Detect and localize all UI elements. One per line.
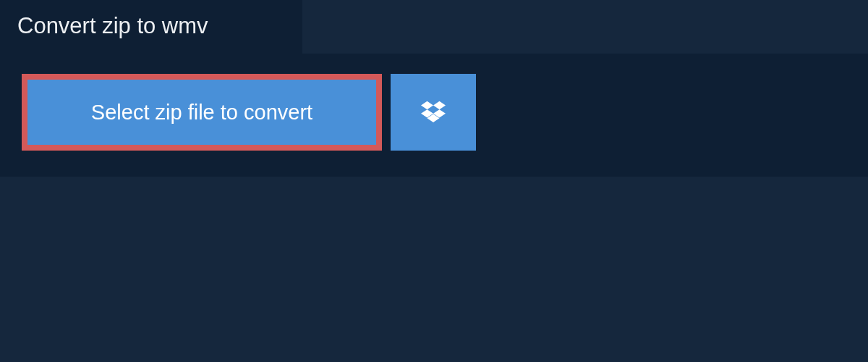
dropbox-button[interactable] — [391, 74, 476, 151]
select-file-button[interactable]: Select zip file to convert — [22, 74, 382, 151]
header-tab: Convert zip to wmv — [0, 0, 302, 54]
select-file-button-label: Select zip file to convert — [91, 101, 312, 125]
button-row: Select zip file to convert — [22, 74, 846, 151]
dropbox-icon — [421, 99, 446, 126]
page-title: Convert zip to wmv — [17, 13, 285, 39]
upload-panel: Select zip file to convert — [0, 54, 868, 177]
